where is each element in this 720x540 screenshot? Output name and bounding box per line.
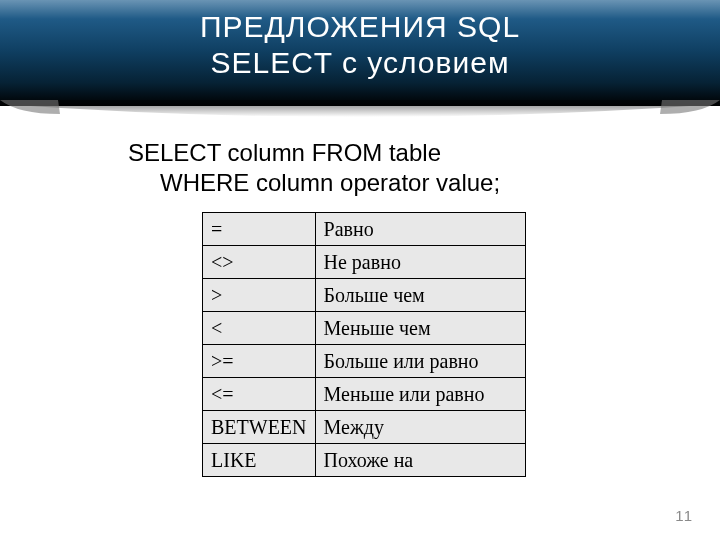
table-row: >= Больше или равно [203,345,526,378]
slide-title-line2: SELECT с условием [0,46,720,80]
slide-title-line1: ПРЕДЛОЖЕНИЯ SQL [0,10,720,44]
table-row: = Равно [203,213,526,246]
table-row: <> Не равно [203,246,526,279]
table-row: LIKE Похоже на [203,444,526,477]
operator-cell: BETWEEN [203,411,316,444]
code-line-2: WHERE column operator value; [128,168,720,198]
description-cell: Меньше чем [315,312,525,345]
operator-cell: <= [203,378,316,411]
table-row: <= Меньше или равно [203,378,526,411]
operator-cell: = [203,213,316,246]
description-cell: Между [315,411,525,444]
code-line-1: SELECT column FROM table [128,138,720,168]
page-number: 11 [675,507,692,524]
description-cell: Похоже на [315,444,525,477]
operator-cell: LIKE [203,444,316,477]
operator-cell: < [203,312,316,345]
table-row: < Меньше чем [203,312,526,345]
description-cell: Больше чем [315,279,525,312]
operator-cell: > [203,279,316,312]
operator-cell: >= [203,345,316,378]
description-cell: Равно [315,213,525,246]
operators-table: = Равно <> Не равно > Больше чем < Меньш… [202,212,526,477]
table-row: > Больше чем [203,279,526,312]
table-row: BETWEEN Между [203,411,526,444]
sql-code-block: SELECT column FROM table WHERE column op… [128,138,720,198]
operator-cell: <> [203,246,316,279]
title-banner: ПРЕДЛОЖЕНИЯ SQL SELECT с условием [0,0,720,106]
description-cell: Не равно [315,246,525,279]
description-cell: Меньше или равно [315,378,525,411]
description-cell: Больше или равно [315,345,525,378]
